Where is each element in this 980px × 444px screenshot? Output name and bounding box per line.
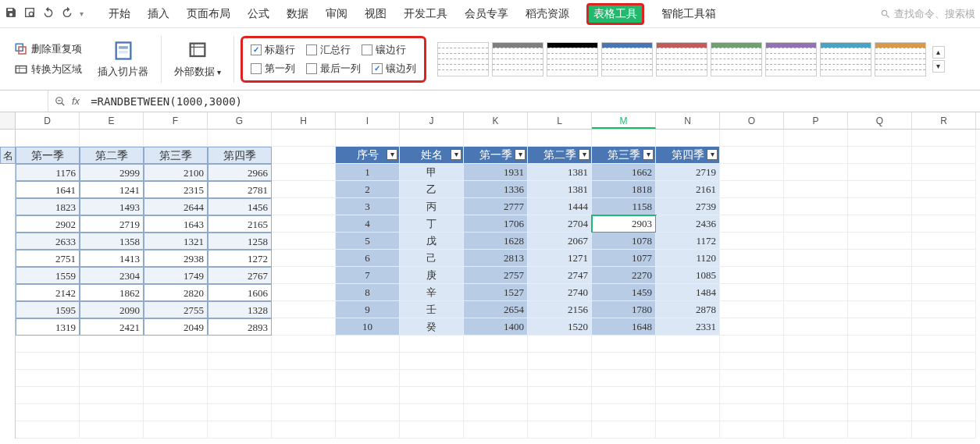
cell-F-2[interactable]: 2100 (144, 164, 208, 181)
cell-G-12[interactable] (208, 336, 272, 353)
cell-H-2[interactable] (272, 164, 336, 181)
cell-L-3[interactable]: 1381 (528, 181, 592, 198)
cell-P-10[interactable] (784, 301, 848, 318)
redo-icon[interactable] (61, 6, 73, 21)
cell-O-6[interactable] (720, 233, 784, 250)
cell-K-3[interactable]: 1336 (464, 181, 528, 198)
cell-G-10[interactable]: 1328 (208, 301, 272, 318)
cell-P-8[interactable] (784, 267, 848, 284)
cell-M-17[interactable] (592, 421, 656, 439)
cell-H-6[interactable] (272, 233, 336, 250)
cell-D-6[interactable]: 2633 (16, 233, 80, 250)
cell-K-5[interactable]: 1706 (464, 215, 528, 233)
cell-L-11[interactable]: 1520 (528, 318, 592, 336)
cell-R-3[interactable] (912, 181, 976, 198)
cell-M-15[interactable] (592, 387, 656, 404)
cell-N-0[interactable] (656, 130, 720, 147)
cell-O-4[interactable] (720, 198, 784, 215)
cell-Q-9[interactable] (848, 284, 912, 301)
cell-N-16[interactable] (656, 404, 720, 421)
cell-D-7[interactable]: 2751 (16, 250, 80, 267)
cell-F-11[interactable]: 2049 (144, 318, 208, 336)
filter-dropdown-icon[interactable]: ▾ (643, 149, 654, 160)
cell-N-14[interactable] (656, 370, 720, 387)
cell-D-2[interactable]: 1176 (16, 164, 80, 181)
cell-J-2[interactable]: 甲 (400, 164, 464, 181)
cell-R-9[interactable] (912, 284, 976, 301)
cell-I-10[interactable]: 9 (336, 301, 400, 318)
remove-duplicates-button[interactable]: 删除重复项 (14, 41, 82, 58)
cell-Q-11[interactable] (848, 318, 912, 336)
cell-J-13[interactable] (400, 353, 464, 370)
last-col-checkbox[interactable]: 最后一列 (306, 62, 361, 76)
cell-D-3[interactable]: 1641 (16, 181, 80, 198)
cell-P-6[interactable] (784, 233, 848, 250)
cell-H-12[interactable] (272, 336, 336, 353)
cell-H-9[interactable] (272, 284, 336, 301)
cell-E-13[interactable] (80, 353, 144, 370)
cell-H-14[interactable] (272, 370, 336, 387)
cell-I-13[interactable] (336, 353, 400, 370)
cell-D-0[interactable] (16, 130, 80, 147)
tab-视图[interactable]: 视图 (365, 2, 387, 26)
cell-F-16[interactable] (144, 404, 208, 421)
cell-E-15[interactable] (80, 387, 144, 404)
cell-N-5[interactable]: 2436 (656, 215, 720, 233)
cell-J-16[interactable] (400, 404, 464, 421)
cell-E-16[interactable] (80, 404, 144, 421)
cell-K-16[interactable] (464, 404, 528, 421)
cell-L-8[interactable]: 2747 (528, 267, 592, 284)
col-header-I[interactable]: I (336, 112, 400, 129)
cell-Q-7[interactable] (848, 250, 912, 267)
cell-H-7[interactable] (272, 250, 336, 267)
cell-H-13[interactable] (272, 353, 336, 370)
fx-icon[interactable]: fx (72, 95, 80, 107)
cell-O-3[interactable] (720, 181, 784, 198)
cell-M-13[interactable] (592, 353, 656, 370)
cell-J-17[interactable] (400, 421, 464, 439)
table-style-swatch[interactable] (437, 42, 489, 76)
cell-N-15[interactable] (656, 387, 720, 404)
cell-H-0[interactable] (272, 130, 336, 147)
cell-P-5[interactable] (784, 215, 848, 233)
cell-P-1[interactable] (784, 147, 848, 164)
cell-K-11[interactable]: 1400 (464, 318, 528, 336)
cell-N-11[interactable]: 2331 (656, 318, 720, 336)
cell-F-0[interactable] (144, 130, 208, 147)
total-row-checkbox[interactable]: 汇总行 (306, 43, 351, 57)
cell-E-4[interactable]: 1493 (80, 198, 144, 215)
cell-K-13[interactable] (464, 353, 528, 370)
cell-K-17[interactable] (464, 421, 528, 439)
table-style-swatch[interactable] (601, 42, 653, 76)
cell-Q-12[interactable] (848, 336, 912, 353)
cell-F-9[interactable]: 2820 (144, 284, 208, 301)
cell-J-8[interactable]: 庚 (400, 267, 464, 284)
cell-D-5[interactable]: 2902 (16, 215, 80, 233)
cell-Q-13[interactable] (848, 353, 912, 370)
cell-F-3[interactable]: 2315 (144, 181, 208, 198)
cell-R-14[interactable] (912, 370, 976, 387)
cell-D-1[interactable]: 第一季 (16, 147, 80, 164)
cell-E-14[interactable] (80, 370, 144, 387)
cell-N-9[interactable]: 1484 (656, 284, 720, 301)
col-header-L[interactable]: L (528, 112, 592, 129)
cell-H-15[interactable] (272, 387, 336, 404)
cell-D-12[interactable] (16, 336, 80, 353)
cell-L-15[interactable] (528, 387, 592, 404)
cell-L-4[interactable]: 1444 (528, 198, 592, 215)
styles-up-button[interactable]: ▴ (932, 46, 945, 59)
cell-J-5[interactable]: 丁 (400, 215, 464, 233)
cell-M-9[interactable]: 1459 (592, 284, 656, 301)
table-style-swatch[interactable] (547, 42, 598, 76)
cell-L-14[interactable] (528, 370, 592, 387)
cell-M-8[interactable]: 2270 (592, 267, 656, 284)
cell-E-0[interactable] (80, 130, 144, 147)
cell-J-4[interactable]: 丙 (400, 198, 464, 215)
cell-G-0[interactable] (208, 130, 272, 147)
spreadsheet-grid[interactable]: DEFGHIJKLMNOPQR 第一季第二季第三季第四季序号▾姓名▾第一季▾第二… (0, 112, 980, 444)
name-box[interactable] (5, 91, 48, 112)
col-header-G[interactable]: G (208, 112, 272, 129)
cell-L-16[interactable] (528, 404, 592, 421)
cell-G-7[interactable]: 1272 (208, 250, 272, 267)
cell-Q-8[interactable] (848, 267, 912, 284)
